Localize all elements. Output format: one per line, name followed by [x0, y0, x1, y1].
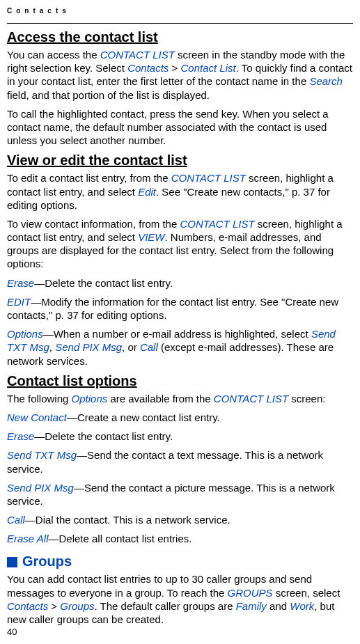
kw-call: Call: [7, 514, 25, 526]
kw-search: Search: [309, 75, 343, 87]
text: —Create a new contact list entry.: [67, 411, 220, 423]
text: field, and that portion of the list is d…: [7, 89, 210, 101]
kw-groups: GROUPS: [228, 587, 273, 599]
kw-view: VIEW: [138, 231, 164, 243]
item-edit: EDIT—Modify the information for the cont…: [7, 295, 353, 322]
para-access-1: You can access the CONTACT LIST screen i…: [7, 48, 353, 102]
kw-send-pix: Send PIX Msg: [55, 341, 122, 353]
text: and: [267, 600, 290, 612]
page-number: 40: [7, 627, 17, 637]
text: screen:: [288, 393, 325, 405]
kw-send-pix: Send PIX Msg: [7, 482, 74, 494]
kw-work: Work: [290, 600, 314, 612]
para-access-2: To call the highlighted contact, press t…: [7, 107, 353, 148]
text: To view contact information, from the: [7, 218, 180, 230]
kw-edit: EDIT: [7, 296, 31, 308]
item-erase: Erase—Delete the contact list entry.: [7, 276, 353, 290]
text: >: [169, 62, 180, 74]
item-erase-all: Erase All—Delete all contact list entrie…: [7, 532, 353, 545]
para-view-1: To edit a contact list entry, from the C…: [7, 171, 353, 212]
text: The following: [7, 393, 72, 405]
kw-erase: Erase: [7, 430, 34, 442]
item-erase: Erase—Delete the contact list entry.: [7, 430, 353, 443]
item-options: Options—When a number or e-mail address …: [7, 327, 353, 368]
text: —Delete all contact list entries.: [48, 533, 191, 544]
kw-erase: Erase: [7, 277, 34, 289]
heading-groups-row: Groups: [7, 553, 353, 570]
kw-groups: Groups: [60, 600, 94, 612]
kw-options: Options: [7, 328, 43, 340]
kw-contacts: Contacts: [127, 62, 169, 74]
heading-groups: Groups: [22, 553, 72, 570]
para-clo-1: The following Options are available from…: [7, 392, 353, 405]
kw-call: Call: [140, 341, 158, 353]
text: >: [48, 600, 60, 612]
text: —When a number or e-mail address is high…: [43, 328, 311, 340]
item-send-pix: Send PIX Msg—Send the contact a picture …: [7, 481, 353, 508]
kw-contact-list: CONTACT LIST: [214, 393, 288, 405]
kw-erase-all: Erase All: [7, 533, 48, 544]
kw-send-txt: Send TXT Msg: [7, 449, 77, 461]
text: —Dial the contact. This is a network ser…: [25, 514, 230, 526]
divider: [7, 23, 353, 24]
text: ,: [49, 341, 55, 353]
kw-new-contact: New Contact: [7, 411, 67, 423]
heading-access: Access the contact list: [7, 29, 353, 45]
kw-contact-list: CONTACT LIST: [171, 172, 246, 184]
item-send-txt: Send TXT Msg—Send the contact a text mes…: [7, 448, 353, 475]
square-bullet-icon: [7, 557, 17, 567]
kw-family: Family: [236, 600, 267, 612]
kw-contact-list: CONTACT LIST: [100, 49, 175, 61]
kw-contacts: Contacts: [7, 600, 48, 612]
heading-view: View or edit the contact list: [7, 152, 353, 168]
kw-contact-list: Contact List: [180, 62, 235, 74]
text: are available from the: [107, 393, 214, 405]
kw-edit: Edit: [138, 186, 156, 198]
text: , or: [122, 341, 140, 353]
kw-options: Options: [72, 393, 108, 405]
page-header: Contacts: [7, 7, 353, 15]
item-new-contact: New Contact—Create a new contact list en…: [7, 411, 353, 424]
para-view-2: To view contact information, from the CO…: [7, 217, 353, 271]
heading-clo: Contact list options: [7, 373, 353, 389]
text: You can access the: [7, 49, 100, 61]
para-groups-1: You can add contact list entries to up t…: [7, 572, 353, 626]
item-call: Call—Dial the contact. This is a network…: [7, 513, 353, 526]
text: —Modify the information for the contact …: [7, 296, 338, 321]
text: . The default caller groups are: [95, 600, 236, 612]
text: —Delete the contact list entry.: [34, 430, 173, 442]
kw-contact-list: CONTACT LIST: [180, 218, 254, 230]
text: To edit a contact list entry, from the: [7, 172, 171, 184]
text: screen, select: [273, 587, 341, 599]
text: —Delete the contact list entry.: [34, 277, 173, 289]
